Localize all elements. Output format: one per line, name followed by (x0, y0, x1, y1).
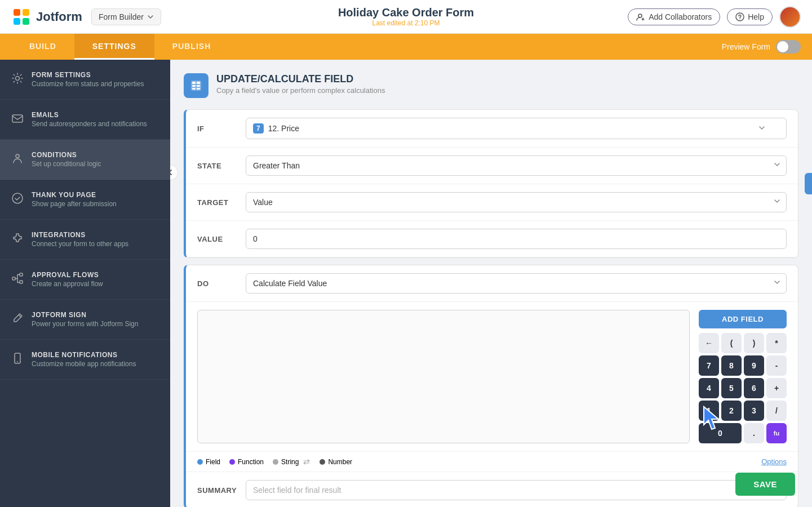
calc-function-btn[interactable]: fu (766, 423, 787, 443)
calculator-icon (189, 79, 203, 92)
calc-5-btn[interactable]: 5 (721, 378, 742, 398)
calc-9-btn[interactable]: 9 (744, 355, 764, 376)
state-select-wrap: Greater Than (246, 155, 787, 176)
summary-select-wrap: Select field for final result (246, 480, 787, 500)
save-button[interactable]: SAVE (735, 473, 795, 496)
header: Jotform Form Builder Holiday Cake Order … (0, 0, 812, 34)
header-center: Holiday Cake Order Form Last edited at 2… (338, 6, 474, 27)
field-dot (197, 459, 203, 465)
calc-4-btn[interactable]: 4 (699, 378, 719, 398)
sidebar-item-integrations[interactable]: INTEGRATIONS Connect your form to other … (0, 220, 170, 260)
calc-divide-btn[interactable]: / (766, 401, 787, 421)
help-icon (735, 12, 744, 21)
do-label: DO (197, 279, 237, 288)
calc-1-btn[interactable]: 1 (699, 401, 719, 421)
svg-rect-14 (20, 281, 23, 283)
if-chevron-icon (758, 124, 766, 134)
form-builder-button[interactable]: Form Builder (91, 8, 161, 25)
if-field-value: 12. Price (268, 124, 299, 133)
if-row: IF 7 12. Price (186, 110, 798, 148)
nav-right: Preview Form (722, 40, 801, 54)
help-button[interactable]: Help (727, 8, 773, 25)
pen-icon (11, 312, 24, 324)
calc-open-paren-btn[interactable]: ( (721, 333, 742, 353)
calc-dot-btn[interactable]: . (744, 423, 764, 443)
if-field-select[interactable]: 7 12. Price (246, 118, 787, 139)
tab-settings[interactable]: SETTINGS (74, 34, 154, 60)
calc-minus-btn[interactable]: - (766, 355, 787, 376)
svg-rect-1 (14, 9, 20, 16)
svg-rect-22 (192, 88, 196, 90)
collapse-sidebar-button[interactable] (170, 164, 178, 180)
svg-rect-18 (192, 82, 196, 84)
preview-form-label: Preview Form (722, 42, 770, 51)
legend-string: String (273, 458, 310, 466)
value-input[interactable] (246, 229, 787, 249)
target-label: TARGET (197, 198, 237, 207)
svg-point-10 (16, 154, 19, 158)
tab-publish[interactable]: PUBLISH (154, 34, 229, 60)
section-header: UPDATE/CALCULATE FIELD Copy a field's va… (184, 73, 798, 98)
sidebar-label-jotform-sign: JOTFORM SIGN (32, 311, 138, 319)
add-condition-button[interactable]: + (805, 173, 812, 194)
summary-row: SUMMARY Select field for final result (186, 472, 798, 507)
sidebar-item-approval-flows[interactable]: APPROVAL FLOWS Create an approval flow (0, 260, 170, 300)
sidebar-item-jotform-sign[interactable]: JOTFORM SIGN Power your forms with Jotfo… (0, 300, 170, 340)
do-row: DO Calculate Field Value (186, 265, 798, 302)
sidebar: FORM SETTINGS Customize form status and … (0, 60, 170, 507)
add-field-button[interactable]: ADD FIELD (699, 310, 787, 328)
calc-multiply-btn[interactable]: * (766, 333, 787, 353)
form-title: Holiday Cake Order Form (338, 6, 474, 19)
gear-icon (11, 72, 24, 84)
field-legend-label: Field (206, 458, 220, 466)
sidebar-desc-jotform-sign: Power your forms with Jotform Sign (32, 320, 138, 328)
sidebar-item-form-settings[interactable]: FORM SETTINGS Customize form status and … (0, 60, 170, 100)
value-label: VALUE (197, 235, 237, 243)
chevron-left-icon (170, 168, 174, 176)
calc-7-btn[interactable]: 7 (699, 355, 719, 376)
toggle-knob (777, 41, 788, 52)
if-field-select-wrap: 7 12. Price (246, 118, 787, 139)
sidebar-item-conditions[interactable]: CONDITIONS Set up conditional logic (0, 140, 170, 180)
field-number-badge: 7 (253, 123, 264, 134)
svg-point-11 (12, 193, 23, 203)
calc-8-btn[interactable]: 8 (721, 355, 742, 376)
sidebar-item-mobile-notifications[interactable]: MOBILE NOTIFICATIONS Customize mobile ap… (0, 340, 170, 380)
calc-3-btn[interactable]: 3 (744, 401, 764, 421)
add-collaborators-button[interactable]: Add Collaborators (628, 8, 720, 25)
target-select[interactable]: Value (246, 192, 787, 212)
sidebar-item-thank-you[interactable]: THANK YOU PAGE Show page after submissio… (0, 180, 170, 220)
calc-expression-input[interactable] (197, 310, 690, 443)
calc-6-btn[interactable]: 6 (744, 378, 764, 398)
logo-text: Jotform (36, 10, 82, 24)
summary-select[interactable]: Select field for final result (246, 480, 787, 500)
summary-label: SUMMARY (197, 486, 237, 495)
calc-2-btn[interactable]: 2 (721, 401, 742, 421)
sidebar-label-thank-you: THANK YOU PAGE (32, 191, 117, 199)
value-row: VALUE (186, 221, 798, 257)
sidebar-label-form-settings: FORM SETTINGS (32, 71, 144, 79)
calc-plus-btn[interactable]: + (766, 378, 787, 398)
calc-0-btn[interactable]: 0 (699, 423, 742, 443)
function-legend-label: Function (238, 458, 264, 466)
options-link[interactable]: Options (761, 457, 787, 466)
state-row: STATE Greater Than (186, 148, 798, 184)
section-desc: Copy a field's value or perform complex … (216, 86, 385, 95)
string-swap-icon (303, 458, 310, 466)
tab-build[interactable]: BUILD (11, 34, 74, 60)
avatar (779, 6, 801, 28)
preview-toggle[interactable] (776, 40, 801, 54)
sidebar-item-emails[interactable]: EMAILS Send autoresponders and notificat… (0, 100, 170, 140)
do-select[interactable]: Calculate Field Value (246, 273, 787, 293)
person-plus-icon (636, 12, 645, 21)
state-select[interactable]: Greater Than (246, 155, 787, 176)
string-dot (273, 459, 278, 465)
legend-function: Function (229, 458, 264, 466)
svg-point-8 (16, 77, 20, 81)
sidebar-desc-approval-flows: Create an approval flow (32, 280, 103, 288)
if-label: IF (197, 124, 237, 133)
svg-point-7 (740, 19, 740, 19)
calc-backspace-btn[interactable]: ← (699, 333, 719, 353)
calc-close-paren-btn[interactable]: ) (744, 333, 764, 353)
svg-rect-9 (12, 115, 23, 122)
